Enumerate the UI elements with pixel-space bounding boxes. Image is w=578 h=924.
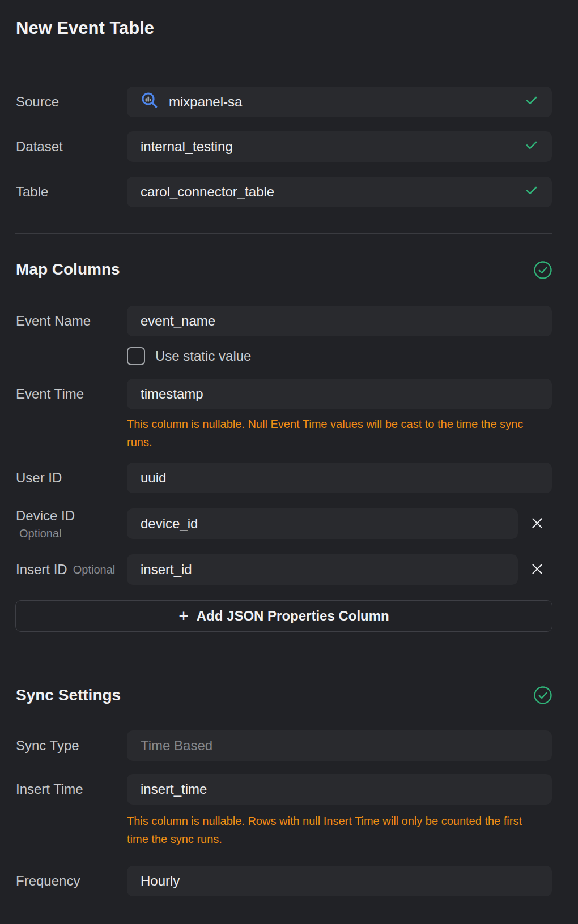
source-field[interactable]: mixpanel-sa	[127, 87, 552, 117]
user-id-field[interactable]: uuid	[127, 463, 552, 493]
event-time-nullable-warning: This column is nullable. Null Event Time…	[127, 415, 558, 451]
sync-settings-heading: Sync Settings	[16, 685, 121, 705]
dataset-field[interactable]: internal_testing	[127, 131, 552, 162]
event-time-label: Event Time	[16, 379, 122, 409]
close-icon	[530, 562, 544, 578]
source-label: Source	[16, 87, 122, 117]
section-divider	[15, 658, 552, 658]
page-title: New Event Table	[16, 17, 154, 40]
insert-time-label: Insert Time	[16, 774, 122, 805]
section-complete-icon	[533, 686, 552, 705]
insert-time-nullable-warning: This column is nullable. Rows with null …	[127, 812, 558, 848]
insert-id-field[interactable]: insert_id	[127, 554, 518, 585]
plus-icon: +	[178, 608, 189, 624]
frequency-value: Hourly	[141, 873, 180, 889]
device-id-label: Device ID Optional	[16, 508, 122, 539]
static-value-row: Use static value	[127, 347, 251, 365]
table-field[interactable]: carol_connector_table	[127, 177, 552, 207]
insert-time-value: insert_time	[141, 781, 207, 797]
add-json-properties-button[interactable]: + Add JSON Properties Column	[15, 600, 552, 632]
valid-check-icon	[525, 93, 538, 110]
event-time-value: timestamp	[141, 386, 203, 402]
device-id-optional-tag: Optional	[19, 527, 62, 540]
sync-type-label: Sync Type	[16, 730, 122, 761]
use-static-value-checkbox[interactable]	[127, 347, 145, 365]
insert-id-value: insert_id	[141, 562, 192, 578]
device-id-field[interactable]: device_id	[127, 508, 518, 539]
section-complete-icon	[533, 260, 552, 280]
device-id-value: device_id	[141, 516, 198, 532]
close-icon	[530, 516, 544, 532]
remove-device-id-button[interactable]	[525, 512, 549, 536]
event-name-label: Event Name	[16, 306, 122, 336]
event-name-value: event_name	[141, 313, 215, 329]
user-id-label: User ID	[16, 463, 122, 493]
event-time-field[interactable]: timestamp	[127, 379, 552, 409]
sync-type-field[interactable]: Time Based	[127, 730, 552, 761]
table-value: carol_connector_table	[141, 184, 274, 200]
dataset-value: internal_testing	[141, 139, 233, 155]
use-static-value-label: Use static value	[155, 348, 251, 364]
valid-check-icon	[525, 138, 538, 155]
map-columns-heading: Map Columns	[16, 259, 120, 280]
frequency-label: Frequency	[16, 866, 122, 896]
remove-insert-id-button[interactable]	[525, 558, 549, 581]
valid-check-icon	[525, 183, 538, 200]
section-divider	[15, 233, 552, 234]
sync-type-value: Time Based	[141, 738, 212, 754]
bigquery-source-icon	[141, 91, 159, 113]
event-name-field[interactable]: event_name	[127, 306, 552, 336]
frequency-field[interactable]: Hourly	[127, 866, 552, 896]
insert-id-label: Insert ID Optional	[16, 554, 122, 585]
dataset-label: Dataset	[16, 131, 122, 162]
table-label: Table	[16, 177, 122, 207]
insert-time-field[interactable]: insert_time	[127, 774, 552, 805]
user-id-value: uuid	[141, 470, 166, 486]
source-value: mixpanel-sa	[169, 94, 242, 110]
insert-id-optional-tag: Optional	[73, 563, 116, 576]
